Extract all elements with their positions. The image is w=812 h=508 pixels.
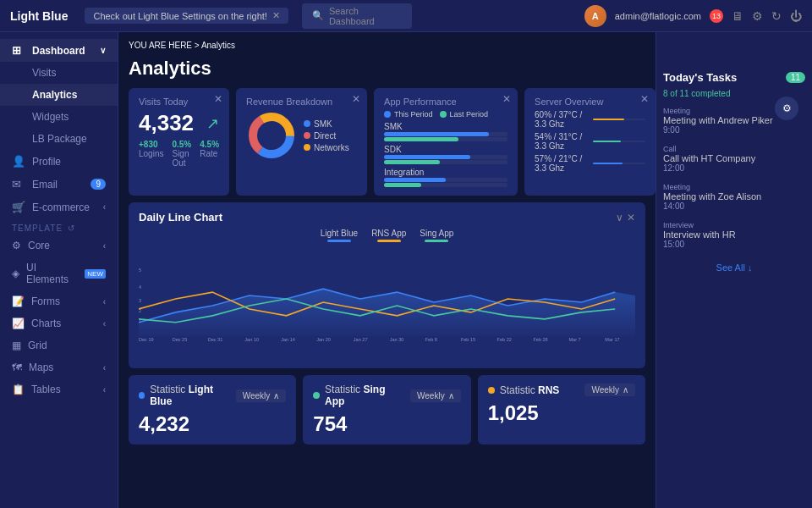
notification-badge[interactable]: 13	[710, 9, 723, 23]
stat-lightblue: Statistic Light Blue Weekly ∧ 4,232	[129, 375, 296, 444]
profile-icon: 👤	[12, 155, 25, 168]
svg-text:Dec 31: Dec 31	[208, 337, 223, 342]
server-row-1: 60% / 37°C / 3.3 Ghz	[535, 110, 645, 129]
breadcrumb: YOU ARE HERE > Analytics	[129, 39, 645, 51]
chevron-down-icon: ∧	[273, 391, 279, 400]
sidebar-item-analytics[interactable]: Analytics	[0, 84, 118, 106]
sidebar-item-ecommerce[interactable]: 🛒 E-commerce ‹	[0, 196, 118, 218]
ui-icon: ◈	[12, 268, 19, 279]
legend-sing: Sing App	[420, 229, 453, 242]
collapse-icon[interactable]: ∨	[616, 212, 623, 224]
sidebar-item-lbpackage[interactable]: LB Package	[0, 128, 118, 150]
tables-icon: 📋	[12, 384, 25, 395]
visits-today-value: 4,332	[139, 110, 194, 136]
chart-controls: ∨ ✕	[616, 212, 635, 224]
tasks-title: Today's Tasks	[663, 71, 737, 84]
sidebar-item-profile[interactable]: 👤 Profile	[0, 150, 118, 173]
close-icon[interactable]: ✕	[352, 93, 360, 105]
sidebar-label-email: Email	[32, 179, 58, 190]
sidebar-item-maps[interactable]: 🗺 Maps ‹	[0, 356, 118, 378]
visits-today-card: ✕ Visits Today 4,332 ↗ +830 Logins 0.5% …	[129, 88, 229, 196]
close-icon[interactable]: ✕	[502, 93, 511, 105]
sidebar-item-forms[interactable]: 📝 Forms ‹	[0, 290, 118, 312]
template-refresh-icon[interactable]: ↺	[68, 224, 75, 233]
sidebar-item-visits[interactable]: Visits	[0, 62, 118, 84]
tab[interactable]: Check out Light Blue Settings on the rig…	[85, 8, 288, 24]
chevron-down-icon: ∧	[623, 385, 628, 395]
logins-stat: +830 Logins	[139, 140, 163, 168]
line-chart-section: Daily Line Chart ∨ ✕ Light Blue RNS App …	[129, 202, 645, 368]
svg-text:Mar 17: Mar 17	[605, 337, 619, 342]
svg-text:Jan 10: Jan 10	[244, 337, 259, 342]
close-icon[interactable]: ✕	[214, 93, 222, 105]
sidebar: ⊞ Dashboard ∨ Visits Analytics Widgets L…	[0, 32, 118, 508]
task-item-2: Call Call with HT Company 12:00	[663, 145, 805, 173]
right-panel: ⚙ Today's Tasks 11 8 of 11 completed Mee…	[656, 32, 812, 508]
tasks-badge: 11	[786, 72, 805, 83]
page-title: Analytics	[129, 58, 645, 80]
chevron-icon: ∨	[100, 46, 106, 55]
close-icon[interactable]: ✕	[627, 212, 635, 224]
sidebar-item-tables[interactable]: 📋 Tables ‹	[0, 378, 118, 400]
legend-rns: RNS App	[371, 229, 406, 242]
donut-legend: SMK Direct Networks	[304, 119, 349, 152]
legend-lightblue: Light Blue	[321, 229, 358, 242]
sidebar-item-grid[interactable]: ▦ Grid	[0, 334, 118, 356]
donut-wrap: SMK Direct Networks	[246, 110, 357, 161]
stat-rns: Statistic RNS Weekly ∧ 1,025	[478, 375, 645, 444]
chevron-down-icon: ∧	[448, 391, 454, 400]
stat-value-rns: 1,025	[488, 401, 635, 425]
main-content: YOU ARE HERE > Analytics Analytics ✕ Vis…	[118, 32, 656, 508]
stat-dot	[313, 392, 320, 399]
weekly-badge-lb[interactable]: Weekly ∧	[236, 389, 287, 402]
maps-icon: 🗺	[12, 362, 22, 373]
svg-text:3: 3	[139, 298, 141, 303]
avatar: A	[584, 5, 606, 27]
weekly-badge-rns[interactable]: Weekly ∧	[584, 384, 635, 396]
weekly-badge-sing[interactable]: Weekly ∧	[410, 389, 461, 402]
dashboard-icon: ⊞	[12, 44, 25, 57]
sidebar-label-profile: Profile	[32, 156, 61, 168]
close-icon[interactable]: ✕	[272, 10, 280, 21]
server-row-2: 54% / 31°C / 3.3 Ghz	[535, 132, 645, 151]
see-all-button[interactable]: See All ↓	[663, 262, 805, 273]
close-icon[interactable]: ✕	[640, 93, 649, 105]
email-badge: 9	[91, 179, 106, 190]
task-item-4: Interview Interview with HR 15:00	[663, 221, 805, 249]
stat-dot	[488, 387, 495, 394]
svg-text:Mar 7: Mar 7	[568, 337, 580, 342]
server-row-3: 57% / 21°C / 3.3 Ghz	[535, 154, 645, 173]
server-card: ✕ Server Overview 60% / 37°C / 3.3 Ghz 5…	[524, 88, 656, 196]
sidebar-item-core[interactable]: ⚙ Core ‹	[0, 235, 118, 257]
svg-text:Jan 20: Jan 20	[316, 337, 331, 342]
svg-text:2: 2	[139, 308, 141, 313]
chevron-icon: ‹	[103, 202, 106, 212]
sidebar-item-charts[interactable]: 📈 Charts ‹	[0, 312, 118, 334]
donut-chart	[246, 110, 297, 161]
logo: Light Blue	[10, 9, 68, 23]
search-bar[interactable]: 🔍 Search Dashboard	[302, 3, 412, 29]
cards-row: ✕ Visits Today 4,332 ↗ +830 Logins 0.5% …	[129, 88, 645, 196]
sidebar-item-email[interactable]: ✉ Email 9	[0, 173, 118, 196]
stat-header-sing: Statistic Sing App Weekly ∧	[313, 384, 460, 407]
chart-title: Daily Line Chart	[139, 211, 222, 224]
svg-marker-4	[139, 289, 635, 336]
monitor-icon[interactable]: 🖥	[732, 9, 743, 23]
line-chart-svg: Dec 19 Dec 25 Dec 31 Jan 10 Jan 14 Jan 2…	[139, 247, 635, 357]
sidebar-item-ui-elements[interactable]: ◈ UI Elements NEW	[0, 257, 118, 290]
revenue-title: Revenue Breakdown	[246, 97, 357, 107]
stat-title-lb: Statistic Light Blue	[150, 384, 230, 407]
settings-icon[interactable]: ⚙	[752, 9, 763, 23]
svg-point-3	[258, 122, 285, 149]
stat-singapp: Statistic Sing App Weekly ∧ 754	[303, 375, 470, 444]
tasks-header: Today's Tasks 11	[663, 71, 805, 84]
refresh-icon[interactable]: ↻	[771, 9, 782, 23]
settings-gear-icon[interactable]: ⚙	[775, 97, 798, 120]
sidebar-item-widgets[interactable]: Widgets	[0, 106, 118, 128]
power-icon[interactable]: ⏻	[790, 9, 802, 23]
search-icon: 🔍	[312, 10, 324, 21]
sidebar-label-analytics: Analytics	[32, 89, 77, 101]
svg-text:Jan 14: Jan 14	[281, 337, 295, 342]
sidebar-item-dashboard[interactable]: ⊞ Dashboard ∨	[0, 39, 118, 62]
stat-title-rns: Statistic RNS	[500, 384, 560, 396]
